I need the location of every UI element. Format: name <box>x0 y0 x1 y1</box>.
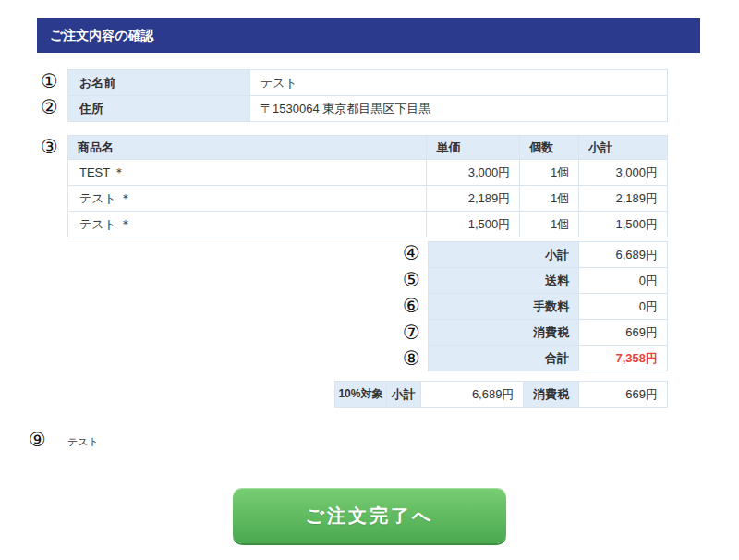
total-label: 合計 <box>429 346 579 371</box>
annotation-2-icon: ② <box>41 98 58 117</box>
annotation-5-icon: ⑤ <box>403 271 420 290</box>
item-product: TEST ＊ <box>68 160 427 186</box>
col-header-product: 商品名 <box>68 136 427 160</box>
tax-amount-value: 669円 <box>579 382 668 408</box>
annotation-6-icon: ⑥ <box>403 297 420 316</box>
item-product: テスト ＊ <box>68 186 427 212</box>
order-items-table: 商品名 単価 個数 小計 TEST ＊ 3,000円 1個 3,000円 テスト… <box>67 135 668 237</box>
tax-subtotal-value: 6,689円 <box>421 382 525 408</box>
order-summary-table: 小計 6,689円 送料 0円 手数料 0円 消費税 669円 合計 7,358… <box>428 241 668 371</box>
item-row: TEST ＊ 3,000円 1個 3,000円 <box>68 160 668 186</box>
shipping-label: 送料 <box>429 268 579 294</box>
fee-value: 0円 <box>579 294 668 320</box>
tax-breakdown-table: 10%対象 小計 6,689円 消費税 669円 <box>334 381 668 408</box>
tax-amount-label: 消費税 <box>524 382 579 408</box>
col-header-quantity: 個数 <box>520 136 579 160</box>
items-header-row: 商品名 単価 個数 小計 <box>68 136 668 160</box>
annotation-7-icon: ⑦ <box>403 323 420 343</box>
summary-row-subtotal: 小計 6,689円 <box>429 242 668 268</box>
shipping-value: 0円 <box>579 268 668 294</box>
item-quantity: 1個 <box>520 212 579 237</box>
col-header-subtotal: 小計 <box>579 136 668 160</box>
complete-order-button[interactable]: ご注文完了へ <box>233 488 506 543</box>
item-row: テスト ＊ 1,500円 1個 1,500円 <box>68 212 668 237</box>
col-header-unit-price: 単価 <box>427 136 520 160</box>
page-title: ご注文内容の確認 <box>50 28 154 43</box>
customer-info-table: お名前 テスト 住所 〒1530064 東京都目黒区下目黒 <box>67 69 668 122</box>
address-value: 〒1530064 東京都目黒区下目黒 <box>250 96 668 122</box>
total-value: 7,358円 <box>579 346 668 371</box>
annotation-4-icon: ④ <box>403 244 420 263</box>
tax-subtotal-label: 小計 <box>387 382 421 408</box>
item-subtotal: 3,000円 <box>579 160 668 186</box>
order-confirmation-page: ご注文内容の確認 ① ② ③ ④ ⑤ ⑥ ⑦ ⑧ ⑨ お名前 テスト 住所 〒1… <box>0 0 739 560</box>
annotation-3-icon: ③ <box>41 138 58 157</box>
customer-name-row: お名前 テスト <box>68 70 668 96</box>
annotation-9-icon: ⑨ <box>29 431 46 450</box>
item-unit-price: 3,000円 <box>427 160 520 186</box>
item-subtotal: 2,189円 <box>579 186 668 212</box>
fee-label: 手数料 <box>429 294 579 320</box>
item-unit-price: 2,189円 <box>427 186 520 212</box>
address-label: 住所 <box>68 96 250 122</box>
order-note: テスト <box>67 435 99 449</box>
summary-row-tax: 消費税 669円 <box>429 320 668 346</box>
item-unit-price: 1,500円 <box>427 212 520 237</box>
summary-row-fee: 手数料 0円 <box>429 294 668 320</box>
item-product: テスト ＊ <box>68 212 427 237</box>
item-subtotal: 1,500円 <box>579 212 668 237</box>
tax-label: 消費税 <box>429 320 579 346</box>
summary-row-shipping: 送料 0円 <box>429 268 668 294</box>
annotation-8-icon: ⑧ <box>403 349 420 369</box>
summary-row-total: 合計 7,358円 <box>429 346 668 371</box>
customer-address-row: 住所 〒1530064 東京都目黒区下目黒 <box>68 96 668 122</box>
annotation-1-icon: ① <box>41 72 58 91</box>
item-quantity: 1個 <box>520 186 579 212</box>
tax-value: 669円 <box>579 320 668 346</box>
item-quantity: 1個 <box>520 160 579 186</box>
item-row: テスト ＊ 2,189円 1個 2,189円 <box>68 186 668 212</box>
name-value: テスト <box>250 70 668 96</box>
name-label: お名前 <box>68 70 250 96</box>
page-title-bar: ご注文内容の確認 <box>37 18 700 53</box>
tax-breakdown-row: 10%対象 小計 6,689円 消費税 669円 <box>335 382 668 408</box>
subtotal-value: 6,689円 <box>579 242 668 268</box>
tax-rate-label: 10%対象 <box>335 382 387 408</box>
subtotal-label: 小計 <box>429 242 579 268</box>
